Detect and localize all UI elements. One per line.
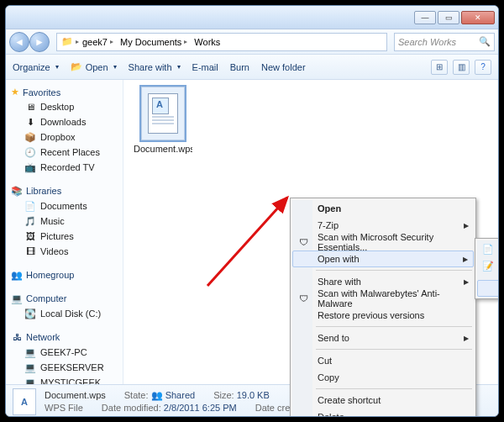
- email-button[interactable]: E-mail: [192, 62, 218, 72]
- new-folder-button[interactable]: New folder: [261, 62, 306, 72]
- file-list[interactable]: Document.wps Open 7-Zip▶ 🛡Scan with Micr…: [123, 80, 498, 384]
- sidebar-libraries[interactable]: 📚Libraries: [11, 183, 123, 198]
- status-modified: 2/8/2011 6:25 PM: [164, 403, 237, 413]
- breadcrumb-seg[interactable]: My Documents▸: [117, 34, 191, 50]
- shield-icon: 🛡: [297, 237, 310, 247]
- sidebar-item-downloads[interactable]: ⬇Downloads: [11, 114, 123, 129]
- annotation-arrow-icon: [203, 189, 296, 290]
- open-button[interactable]: 📂Open: [71, 61, 117, 73]
- chevron-right-icon: ▶: [464, 335, 469, 342]
- preview-pane-button[interactable]: ▥: [453, 60, 470, 75]
- folder-icon: 📁: [61, 36, 73, 48]
- search-input[interactable]: Search Works 🔍: [394, 33, 495, 51]
- context-menu: Open 7-Zip▶ 🛡Scan with Microsoft Securit…: [290, 198, 476, 417]
- file-thumb-icon: A: [13, 388, 36, 415]
- breadcrumb[interactable]: 📁 ▸ geek7▸ My Documents▸ Works: [56, 33, 387, 51]
- sidebar-item-network-pc[interactable]: 💻GEEKSERVER: [11, 360, 123, 375]
- toolbar: Organize 📂Open Share with E-mail Burn Ne…: [6, 55, 498, 80]
- sidebar-item-localdisk[interactable]: 💽Local Disk (C:): [11, 306, 123, 321]
- submenu-choose-default[interactable]: Choose default program...: [477, 280, 499, 297]
- chevron-right-icon: ▶: [464, 278, 469, 286]
- wordpad-icon: 📝: [481, 261, 495, 272]
- notepad-icon: 📄: [481, 244, 495, 255]
- submenu-wordpad[interactable]: 📝WordPad: [477, 257, 499, 274]
- sidebar-item-desktop[interactable]: 🖥Desktop: [11, 99, 123, 114]
- file-item[interactable]: Document.wps: [134, 87, 192, 154]
- open-icon: 📂: [71, 61, 82, 73]
- search-placeholder: Search Works: [398, 37, 456, 47]
- sidebar-homegroup[interactable]: 👥Homegroup: [11, 267, 123, 282]
- titlebar: — ▭ ✕: [6, 6, 498, 29]
- address-bar: ◄ ► 📁 ▸ geek7▸ My Documents▸ Works Searc…: [6, 29, 498, 55]
- minimize-button[interactable]: —: [414, 11, 436, 24]
- star-icon: ★: [11, 87, 19, 98]
- status-state: Shared: [165, 390, 195, 400]
- status-modified-label: Date modified:: [102, 403, 161, 413]
- sidebar-item-network-pc[interactable]: 💻MYSTICGEEK: [11, 375, 123, 384]
- downloads-icon: ⬇: [24, 116, 36, 128]
- ctx-open[interactable]: Open: [292, 200, 474, 217]
- recent-icon: 🕘: [24, 146, 36, 158]
- burn-button[interactable]: Burn: [230, 62, 249, 72]
- sidebar-favorites[interactable]: ★Favorites: [11, 85, 123, 99]
- sidebar-network[interactable]: 🖧Network: [11, 330, 123, 345]
- drive-icon: 💽: [24, 308, 36, 319]
- ctx-create-shortcut[interactable]: Create shortcut: [292, 392, 474, 409]
- open-with-submenu: 📄Notepad 📝WordPad Choose default program…: [475, 238, 499, 299]
- chevron-right-icon: ▶: [463, 256, 468, 263]
- ctx-open-with[interactable]: Open with▶: [292, 251, 474, 267]
- ctx-share-with[interactable]: Share with▶: [292, 273, 474, 290]
- breadcrumb-seg[interactable]: geek7▸: [79, 34, 117, 50]
- search-icon: 🔍: [479, 36, 491, 47]
- organize-button[interactable]: Organize: [13, 62, 59, 72]
- maximize-button[interactable]: ▭: [438, 11, 459, 24]
- chevron-right-icon: ▶: [464, 222, 469, 229]
- ctx-scan-mbam[interactable]: 🛡Scan with Malwarebytes' Anti-Malware: [292, 290, 474, 307]
- desktop-icon: 🖥: [24, 101, 36, 113]
- view-options-button[interactable]: ⊞: [431, 60, 448, 75]
- ctx-delete[interactable]: Delete: [292, 409, 474, 417]
- file-name-label: Document.wps: [134, 144, 192, 154]
- ctx-send-to[interactable]: Send to▶: [292, 330, 474, 346]
- shared-icon: 👥: [151, 390, 163, 400]
- svg-line-0: [207, 198, 287, 286]
- explorer-window: — ▭ ✕ ◄ ► 📁 ▸ geek7▸ My Documents▸ Works…: [5, 5, 499, 417]
- help-button[interactable]: ?: [475, 60, 491, 75]
- chevron-right-icon: ▸: [110, 38, 113, 45]
- status-filetype: WPS File: [45, 403, 83, 413]
- network-icon: 🖧: [11, 331, 23, 343]
- status-size-label: Size:: [213, 390, 234, 400]
- pictures-icon: 🖼: [24, 230, 36, 242]
- share-with-button[interactable]: Share with: [129, 62, 181, 72]
- status-state-label: State:: [124, 390, 149, 400]
- sidebar-item-recordedtv[interactable]: 📺Recorded TV: [11, 160, 123, 175]
- shield-icon: 🛡: [297, 293, 310, 303]
- close-button[interactable]: ✕: [461, 11, 495, 24]
- sidebar-item-pictures[interactable]: 🖼Pictures: [11, 229, 123, 244]
- ctx-7zip[interactable]: 7-Zip▶: [292, 217, 474, 234]
- back-button[interactable]: ◄: [9, 32, 29, 52]
- sidebar-item-recent[interactable]: 🕘Recent Places: [11, 145, 123, 160]
- ctx-cut[interactable]: Cut: [292, 352, 474, 369]
- file-thumbnail: [141, 87, 185, 140]
- forward-button[interactable]: ►: [29, 32, 50, 52]
- submenu-notepad[interactable]: 📄Notepad: [477, 240, 499, 257]
- pc-icon: 💻: [24, 346, 36, 358]
- chevron-right-icon: ▸: [184, 38, 187, 45]
- sidebar-item-dropbox[interactable]: 📦Dropbox: [11, 129, 123, 145]
- dropbox-icon: 📦: [24, 131, 36, 143]
- computer-icon: 💻: [11, 293, 23, 304]
- sidebar-item-videos[interactable]: 🎞Videos: [11, 244, 123, 259]
- homegroup-icon: 👥: [11, 269, 23, 281]
- sidebar-item-documents[interactable]: 📄Documents: [11, 198, 123, 214]
- tv-icon: 📺: [24, 161, 36, 173]
- sidebar-computer[interactable]: 💻Computer: [11, 291, 123, 306]
- pc-icon: 💻: [24, 377, 36, 384]
- ctx-copy[interactable]: Copy: [292, 369, 474, 386]
- sidebar-item-music[interactable]: 🎵Music: [11, 214, 123, 229]
- breadcrumb-seg[interactable]: Works: [191, 34, 223, 50]
- ctx-restore-versions[interactable]: Restore previous versions: [292, 307, 474, 324]
- sidebar-item-network-pc[interactable]: 💻GEEK7-PC: [11, 345, 123, 360]
- videos-icon: 🎞: [24, 245, 36, 257]
- ctx-scan-mse[interactable]: 🛡Scan with Microsoft Security Essentials…: [292, 234, 474, 251]
